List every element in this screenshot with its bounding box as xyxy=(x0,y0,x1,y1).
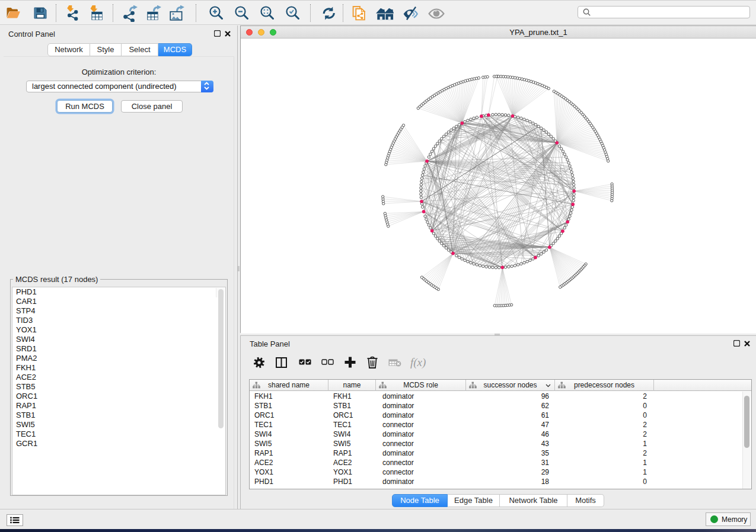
svg-text:f(x): f(x) xyxy=(410,356,426,369)
